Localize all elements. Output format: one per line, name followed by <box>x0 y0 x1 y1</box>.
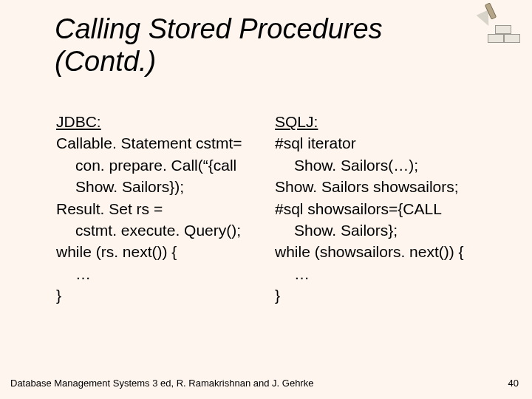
code-line: while (rs. next()) { <box>56 241 248 262</box>
title-line-2: (Contd.) <box>55 46 156 77</box>
jdbc-heading: JDBC: <box>56 111 248 132</box>
code-line: Show. Sailors showsailors; <box>275 176 467 197</box>
code-line: cstmt. execute. Query(); <box>56 219 248 241</box>
code-line: Show. Sailors}); <box>56 176 248 197</box>
code-line: con. prepare. Call(“{call <box>56 154 248 176</box>
code-line: #sql iterator <box>275 132 467 154</box>
slide-title: Calling Stored Procedures (Contd.) <box>55 13 468 78</box>
slide: Calling Stored Procedures (Contd.) JDBC:… <box>0 0 532 399</box>
code-line: } <box>275 284 467 306</box>
right-column: SQLJ: #sql iterator Show. Sailors(…); Sh… <box>275 111 467 307</box>
code-line: … <box>56 263 248 284</box>
sqlj-heading: SQLJ: <box>275 111 467 132</box>
left-column: JDBC: Callable. Statement cstmt= con. pr… <box>56 111 248 307</box>
code-line: while (showsailors. next()) { <box>275 241 467 262</box>
code-line: Show. Sailors}; <box>275 219 467 241</box>
content-columns: JDBC: Callable. Statement cstmt= con. pr… <box>56 111 467 307</box>
code-line: } <box>56 284 248 306</box>
code-line: Callable. Statement cstmt= <box>56 132 248 154</box>
title-line-1: Calling Stored Procedures <box>55 13 383 44</box>
code-line: Result. Set rs = <box>56 198 248 219</box>
page-number: 40 <box>508 378 519 389</box>
code-line: #sql showsailors={CALL <box>275 198 467 219</box>
footer-text: Database Management Systems 3 ed, R. Ram… <box>10 378 313 389</box>
code-line: Show. Sailors(…); <box>275 154 467 176</box>
trowel-bricks-icon <box>471 4 519 44</box>
code-line: … <box>275 263 467 284</box>
